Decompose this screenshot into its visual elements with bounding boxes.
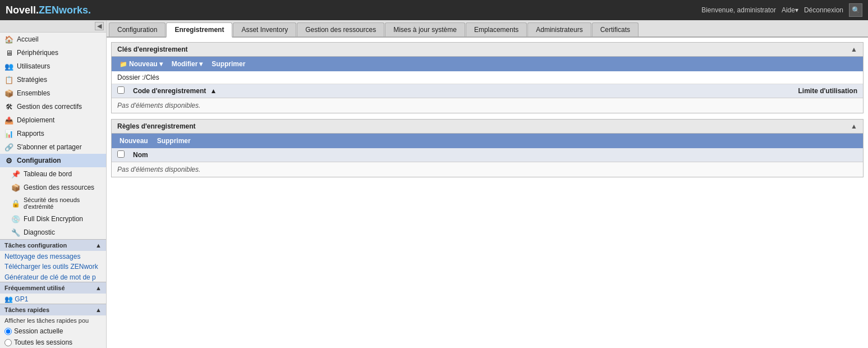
rapports-icon: 📊 [4,129,13,138]
nouveau-folder-icon: 📁 [120,61,127,68]
tab-emplacements[interactable]: Emplacements [466,22,527,36]
panel1-title: Clés d'enregistrement [117,45,188,53]
securite-noeuds-icon: 🔒 [11,199,20,208]
aide-link[interactable]: Aide▾ [782,6,798,14]
collapse-icon[interactable]: ◀ [95,22,104,30]
sidebar-item-utilisateurs[interactable]: 👥 Utilisateurs [0,59,106,73]
topbar: Novell. ZENworks. Bienvenue, administrat… [0,0,868,20]
sidebar: ◀ 🏠 Accueil 🖥 Périphériques 👥 Utilisateu… [0,20,107,348]
diagnostic-icon: 🔧 [11,228,20,237]
panel1-select-all-checkbox[interactable] [117,86,125,94]
tasks-config-toggle[interactable]: ▲ [95,242,102,249]
sidebar-label-ensembles: Ensembles [17,89,50,97]
sidebar-collapse[interactable]: ◀ [0,20,106,33]
tab-enregistrement[interactable]: Enregistrement [166,22,232,38]
tasks-config-link-1[interactable]: Nettoyage des messages [0,251,106,261]
panel2-table-header: Nom [112,148,863,162]
gp1-icon: 👥 [4,295,15,303]
freq-section-header: Fréquemment utilisé ▲ [0,282,106,294]
rapid-toggle[interactable]: ▲ [95,306,102,313]
panel1-toolbar: 📁 Nouveau ▾ Modifier ▾ Supprimer [112,57,863,71]
panel2-title: Règles d'enregistrement [117,122,196,130]
panel2-col-nom: Nom [133,151,857,159]
accueil-icon: 🏠 [4,35,13,44]
logo-zenworks: ZENworks. [39,4,91,16]
rapid-all-sessions-radio[interactable] [4,339,12,346]
panel1-nouveau-btn[interactable]: 📁 Nouveau ▾ [116,59,166,69]
panel1-supprimer-btn[interactable]: Supprimer [208,59,249,69]
logo: Novell. ZENworks. [6,4,91,16]
panel2-collapse-btn[interactable]: ▲ [851,122,857,130]
sidebar-item-tableau-bord[interactable]: 📌 Tableau de bord [0,167,106,181]
full-disk-icon: 💿 [11,214,20,223]
rapid-label: Tâches rapides [4,306,49,313]
welcome-text: Bienvenue, administrator [701,6,776,14]
search-icon: 🔍 [852,6,860,14]
panel1-folder-label: Dossier :/Clés [117,74,159,81]
tasks-config-link-2[interactable]: Télécharger les outils ZENwork [0,261,106,271]
freq-toggle[interactable]: ▲ [95,285,102,291]
sidebar-item-full-disk[interactable]: 💿 Full Disk Encryption [0,212,106,226]
tasks-config-label: Tâches configuration [4,242,67,249]
panel2-nouveau-btn[interactable]: Nouveau [116,136,151,146]
deploiement-icon: 📤 [4,116,13,125]
rapid-session-radio[interactable] [4,328,12,335]
configuration-icon: ⚙ [4,156,13,165]
deconnexion-link[interactable]: Déconnexion [804,6,843,14]
sidebar-item-accueil[interactable]: 🏠 Accueil [0,33,106,46]
panel-regles-enregistrement: Règles d'enregistrement ▲ Nouveau Suppri… [111,119,864,177]
search-button[interactable]: 🔍 [849,3,862,17]
sidebar-label-deploiement: Déploiement [17,116,54,124]
sidebar-item-diagnostic[interactable]: 🔧 Diagnostic [0,226,106,239]
panel2-header: Règles d'enregistrement ▲ [112,120,863,134]
gestion-correctifs-icon: 🛠 [4,102,13,111]
sidebar-label-strategies: Stratégies [17,76,47,84]
panel1-col-limit: Limite d'utilisation [773,87,857,95]
ensembles-icon: 📦 [4,89,13,98]
sidebar-label-utilisateurs: Utilisateurs [17,62,50,70]
panel2-select-all-checkbox[interactable] [117,150,125,158]
panel1-modifier-btn[interactable]: Modifier ▾ [168,59,206,69]
sidebar-item-rapports[interactable]: 📊 Rapports [0,127,106,140]
tasks-config-link-3[interactable]: Générateur de clé de mot de p [0,272,106,282]
peripheriques-icon: 🖥 [4,48,13,57]
panel2-toolbar: Nouveau Supprimer [112,134,863,148]
sidebar-item-securite-noeuds[interactable]: 🔒 Sécurité des noeuds d'extrémité [0,194,106,212]
sidebar-item-deploiement[interactable]: 📤 Déploiement [0,113,106,127]
tab-asset-inventory[interactable]: Asset Inventory [233,22,296,36]
rapid-session-label: Session actuelle [14,327,63,335]
tab-certificats[interactable]: Certificats [592,22,639,36]
tab-administrateurs[interactable]: Administrateurs [527,22,591,36]
tab-configuration[interactable]: Configuration [109,22,166,36]
gestion-ressources-icon: 📦 [11,183,20,192]
panel1-empty-row: Pas d'éléments disponibles. [112,98,863,113]
panel2-check-col [117,150,128,159]
sidebar-label-accueil: Accueil [17,35,39,43]
strategies-icon: 📋 [4,75,13,84]
tab-mises-a-jour[interactable]: Mises à jour système [385,22,465,36]
freq-link-gp1[interactable]: 👥 GP1 [0,294,106,304]
sidebar-item-ensembles[interactable]: 📦 Ensembles [0,86,106,100]
tasks-config-section-header: Tâches configuration ▲ [0,239,106,251]
sidebar-item-gestion-correctifs[interactable]: 🛠 Gestion des correctifs [0,100,106,113]
panel2-empty-row: Pas d'éléments disponibles. [112,162,863,177]
panel1-col-code: Code d'enregistrement ▲ [133,87,769,95]
panel2-supprimer-btn[interactable]: Supprimer [154,136,194,146]
panel1-check-col [117,86,128,95]
sidebar-item-configuration[interactable]: ⚙ Configuration [0,154,106,167]
freq-label: Fréquemment utilisé [4,285,65,291]
sidebar-label-peripheriques: Périphériques [17,49,58,57]
sidebar-item-gestion-ressources[interactable]: 📦 Gestion des ressources [0,181,106,194]
sidebar-label-gestion-correctifs: Gestion des correctifs [17,103,82,111]
panel1-folder-row: Dossier :/Clés [112,71,863,84]
sidebar-label-configuration: Configuration [17,157,61,164]
rapid-all-sessions-row: Toutes les sessions [0,337,106,348]
panel1-collapse-btn[interactable]: ▲ [851,45,857,53]
tab-gestion-ressources[interactable]: Gestion des ressources [297,22,384,36]
sidebar-item-sabonner[interactable]: 🔗 S'abonner et partager [0,140,106,154]
sidebar-item-peripheriques[interactable]: 🖥 Périphériques [0,46,106,59]
panel1-table-header: Code d'enregistrement ▲ Limite d'utilisa… [112,84,863,98]
sidebar-item-strategies[interactable]: 📋 Stratégies [0,73,106,86]
sidebar-label-gestion-ressources: Gestion des ressources [24,184,94,191]
sidebar-label-full-disk: Full Disk Encryption [24,215,83,223]
